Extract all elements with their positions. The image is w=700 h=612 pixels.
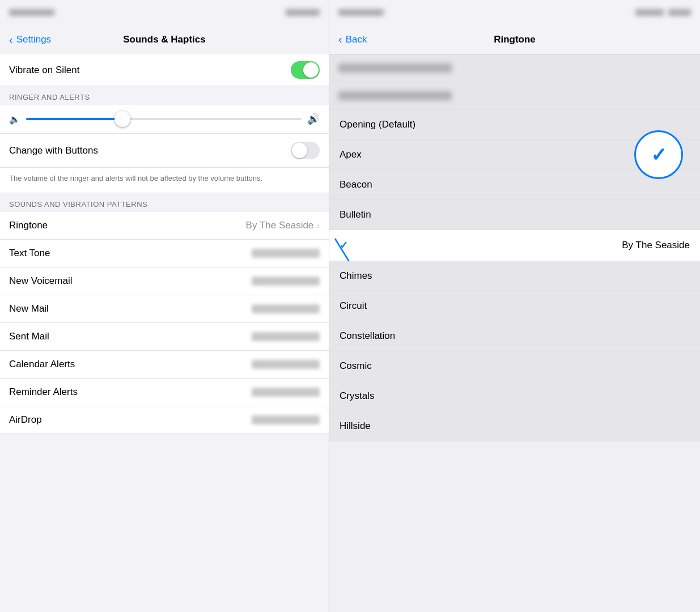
- airdrop-value: [252, 415, 320, 424]
- ringtone-name-bulletin: Bulletin: [340, 209, 371, 220]
- ringtone-item-cosmic[interactable]: Cosmic: [329, 351, 700, 381]
- ringtone-name-chimes: Chimes: [340, 270, 372, 282]
- text-tone-row[interactable]: Text Tone: [0, 240, 329, 267]
- ringer-section-header: RINGER AND ALERTS: [0, 86, 329, 105]
- new-mail-row[interactable]: New Mail: [0, 295, 329, 323]
- sounds-section-header: SOUNDS AND VIBRATION PATTERNS: [0, 193, 329, 212]
- settings-back-button[interactable]: ‹ Settings: [9, 33, 51, 46]
- ringtone-label: Ringtone: [9, 220, 48, 231]
- vibrate-on-silent-label: Vibrate on Silent: [9, 65, 79, 76]
- volume-info-text: The volume of the ringer and alerts will…: [0, 168, 329, 193]
- ringtone-item-hillside[interactable]: Hillside: [329, 411, 700, 441]
- vibrate-on-silent-toggle[interactable]: [291, 61, 320, 79]
- reminder-alerts-label: Reminder Alerts: [9, 386, 78, 398]
- right-status-bar: [329, 0, 700, 25]
- ringtone-item-crystals[interactable]: Crystals: [329, 381, 700, 411]
- ringtone-name-cosmic: Cosmic: [340, 360, 372, 372]
- ringtone-item-bulletin[interactable]: Bulletin: [329, 200, 700, 230]
- blurred-row-1: [329, 54, 700, 82]
- right-panel: ‹ Back Ringtone Opening (Default) Apex ✓…: [329, 0, 700, 612]
- change-with-buttons-toggle[interactable]: [291, 142, 320, 159]
- blurred-content-2: [338, 91, 452, 100]
- volume-slider-row[interactable]: 🔈 🔊: [0, 105, 329, 134]
- annotation-circle: ✓: [634, 130, 683, 179]
- ringtone-chevron-icon: ›: [317, 221, 320, 230]
- right-nav-header: ‹ Back Ringtone: [329, 25, 700, 54]
- ringtone-value: By The Seaside ›: [246, 220, 320, 231]
- back-chevron-icon: ‹: [9, 33, 13, 46]
- sent-mail-row[interactable]: Sent Mail: [0, 323, 329, 351]
- new-mail-label: New Mail: [9, 303, 49, 314]
- right-status-right: [635, 9, 691, 16]
- new-voicemail-label: New Voicemail: [9, 275, 73, 287]
- left-status-right: [286, 9, 320, 16]
- vibrate-on-silent-row[interactable]: Vibrate on Silent: [0, 54, 329, 86]
- ringtone-name-opening: Opening (Default): [340, 119, 415, 130]
- ringtone-name-beacon: Beacon: [340, 179, 372, 190]
- new-voicemail-row[interactable]: New Voicemail: [0, 267, 329, 295]
- ringtone-name-by-the-seaside: By The Seaside: [622, 240, 690, 251]
- new-mail-value: [252, 304, 320, 313]
- text-tone-label: Text Tone: [9, 248, 50, 259]
- left-nav-header: ‹ Settings Sounds & Haptics: [0, 25, 329, 54]
- new-voicemail-value: [252, 277, 320, 286]
- ringtone-item-circuit[interactable]: Circuit: [329, 291, 700, 321]
- right-nav-title: Ringtone: [494, 34, 536, 45]
- back-chevron-icon: ‹: [338, 33, 342, 46]
- ringtone-name-hillside: Hillside: [340, 420, 371, 432]
- calendar-alerts-value: [252, 360, 320, 369]
- volume-low-icon: 🔈: [9, 114, 20, 125]
- change-with-buttons-row[interactable]: Change with Buttons: [0, 134, 329, 168]
- ringtone-item-chimes[interactable]: Chimes: [329, 261, 700, 291]
- change-with-buttons-label: Change with Buttons: [9, 145, 98, 156]
- ringtone-back-label[interactable]: Back: [346, 34, 367, 45]
- volume-slider-fill: [26, 118, 122, 120]
- ringtone-item-apex[interactable]: Apex ✓: [329, 140, 700, 170]
- airdrop-row[interactable]: AirDrop: [0, 406, 329, 434]
- ringtone-row[interactable]: Ringtone By The Seaside ›: [0, 212, 329, 240]
- left-content: Vibrate on Silent RINGER AND ALERTS 🔈 🔊 …: [0, 54, 329, 612]
- left-panel: ‹ Settings Sounds & Haptics Vibrate on S…: [0, 0, 329, 612]
- ringtone-name-crystals: Crystals: [340, 390, 374, 402]
- ringtone-item-by-the-seaside[interactable]: ✓ By The Seaside: [329, 230, 700, 261]
- reminder-alerts-value: [252, 388, 320, 397]
- calendar-alerts-row[interactable]: Calendar Alerts: [0, 351, 329, 379]
- right-status-left: [338, 9, 384, 16]
- reminder-alerts-row[interactable]: Reminder Alerts: [0, 379, 329, 406]
- sent-mail-value: [252, 332, 320, 341]
- ringtone-list: Opening (Default) Apex ✓ Beacon Bulletin…: [329, 110, 700, 612]
- volume-high-icon: 🔊: [307, 113, 320, 125]
- ringtone-back-button[interactable]: ‹ Back: [338, 33, 367, 46]
- volume-slider-thumb[interactable]: [114, 111, 130, 127]
- calendar-alerts-label: Calendar Alerts: [9, 359, 75, 370]
- ringtone-name-constellation: Constellation: [340, 330, 395, 342]
- text-tone-value: [252, 249, 320, 258]
- ringtone-current-value: By The Seaside: [246, 220, 314, 231]
- left-status-left: [9, 9, 54, 16]
- annotation-checkmark-icon: ✓: [651, 143, 667, 166]
- airdrop-label: AirDrop: [9, 414, 42, 426]
- sent-mail-label: Sent Mail: [9, 331, 49, 342]
- back-label[interactable]: Settings: [16, 34, 51, 45]
- left-status-bar: [0, 0, 329, 25]
- blurred-content-1: [338, 63, 452, 73]
- blurred-row-2: [329, 82, 700, 110]
- left-nav-title: Sounds & Haptics: [123, 34, 205, 45]
- ringtone-name-circuit: Circuit: [340, 300, 367, 312]
- ringtone-item-constellation[interactable]: Constellation: [329, 321, 700, 351]
- by-the-seaside-checkmark-icon: ✓: [340, 239, 348, 252]
- volume-slider-track[interactable]: [26, 118, 302, 120]
- ringtone-name-apex: Apex: [340, 149, 362, 160]
